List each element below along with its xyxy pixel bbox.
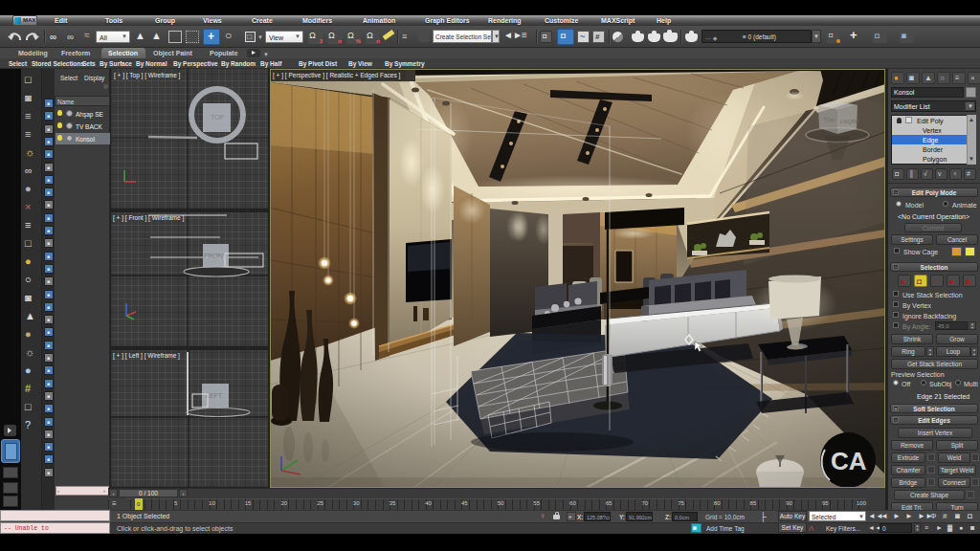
svg-text:[ + ] [ Perspective ] [ Realis: [ + ] [ Perspective ] [ Realistic + Edge… bbox=[273, 72, 401, 79]
svg-text:LEFT: LEFT bbox=[206, 392, 223, 399]
svg-text:FRONT: FRONT bbox=[204, 253, 228, 259]
svg-text:TOP: TOP bbox=[211, 114, 225, 121]
